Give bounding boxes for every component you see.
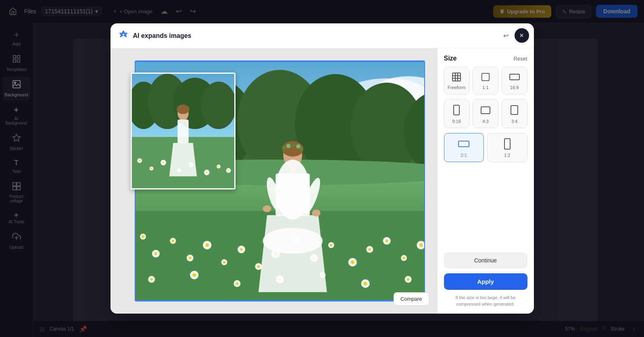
1-2-icon	[502, 137, 513, 150]
4-3-label: 4:3	[482, 119, 488, 124]
svg-point-117	[139, 160, 140, 161]
svg-point-93	[292, 144, 295, 147]
1-1-label: 1:1	[482, 85, 488, 90]
modal-header: AI expands images ↩ ↪ ×	[110, 23, 534, 48]
1-1-icon	[480, 71, 491, 83]
svg-point-40	[189, 257, 191, 259]
svg-point-86	[407, 278, 409, 281]
4-3-icon	[480, 104, 491, 116]
svg-point-133	[177, 104, 189, 114]
size-option-2-1[interactable]: 2:1	[444, 133, 484, 162]
16-9-label: 16:9	[510, 85, 519, 90]
svg-rect-142	[482, 73, 489, 81]
2-1-label: 2:1	[461, 153, 467, 158]
svg-rect-144	[454, 105, 459, 115]
size-option-16-9[interactable]: 16:9	[502, 67, 527, 94]
9-16-icon	[451, 104, 462, 116]
svg-point-104	[312, 210, 320, 216]
svg-rect-143	[510, 74, 519, 80]
svg-point-84	[363, 282, 367, 285]
svg-point-36	[154, 252, 157, 255]
svg-point-58	[351, 260, 354, 264]
svg-point-14	[123, 34, 124, 35]
svg-point-66	[419, 243, 422, 247]
freeform-icon	[451, 71, 462, 83]
modal-close-button[interactable]: ×	[515, 28, 529, 43]
3-4-label: 3:4	[511, 119, 517, 124]
modal-canvas: Compare	[110, 48, 437, 314]
9-16-label: 9:16	[452, 119, 461, 124]
svg-point-76	[192, 273, 196, 277]
svg-point-92	[286, 144, 290, 148]
svg-rect-134	[177, 120, 188, 144]
svg-point-131	[227, 170, 229, 171]
svg-marker-135	[169, 143, 197, 176]
svg-point-62	[385, 239, 388, 242]
svg-point-129	[218, 166, 219, 167]
svg-point-119	[150, 168, 152, 169]
modal-undo-button[interactable]: ↩	[501, 30, 511, 41]
svg-rect-136	[452, 73, 461, 81]
size-grid-row2: 9:16 4:3	[444, 99, 527, 128]
ai-icon	[119, 30, 128, 42]
apply-button[interactable]: Apply	[444, 273, 527, 290]
panel-title: Size	[444, 55, 457, 62]
ai-expands-modal: AI expands images ↩ ↪ ×	[110, 23, 534, 314]
svg-point-78	[236, 282, 238, 285]
modal-body: Compare Size Reset	[110, 48, 534, 314]
svg-rect-145	[481, 107, 490, 114]
svg-point-127	[206, 172, 207, 173]
size-grid-row1: Freeform 1:1	[444, 67, 527, 94]
original-image-overlay	[131, 73, 236, 189]
svg-rect-146	[511, 106, 518, 114]
svg-point-60	[368, 248, 371, 251]
size-option-freeform[interactable]: Freeform	[444, 67, 470, 94]
panel-header: Size Reset	[444, 55, 527, 62]
svg-point-121	[163, 162, 164, 163]
svg-point-34	[142, 235, 144, 238]
modal-title: AI expands images	[133, 32, 496, 40]
modal-overlay: AI expands images ↩ ↪ ×	[0, 0, 644, 337]
svg-marker-100	[258, 215, 327, 292]
panel-note: If the size is too large, it will be com…	[444, 295, 527, 307]
freeform-label: Freeform	[448, 85, 466, 90]
svg-point-38	[171, 239, 174, 242]
2-1-icon	[458, 137, 469, 150]
svg-point-103	[263, 205, 271, 212]
size-option-9-16[interactable]: 9:16	[444, 99, 470, 128]
size-option-3-4[interactable]: 3:4	[502, 99, 527, 128]
size-option-1-2[interactable]: 1:2	[487, 133, 527, 162]
svg-point-74	[150, 278, 152, 281]
svg-rect-148	[504, 139, 510, 149]
size-option-4-3[interactable]: 4:3	[473, 99, 498, 128]
svg-point-91	[282, 146, 286, 149]
16-9-icon	[509, 71, 520, 83]
svg-point-46	[240, 248, 242, 251]
continue-button[interactable]: Continue	[444, 252, 527, 268]
3-4-icon	[509, 104, 520, 116]
svg-point-42	[205, 243, 208, 247]
svg-rect-147	[459, 141, 469, 147]
panel-reset-button[interactable]: Reset	[514, 56, 527, 62]
size-grid-row3: 2:1 1:2	[444, 133, 527, 162]
size-option-1-1[interactable]: 1:1	[473, 67, 498, 94]
svg-point-48	[257, 265, 259, 268]
modal-panel: Size Reset Free	[437, 48, 534, 314]
svg-point-64	[402, 257, 405, 259]
compare-button[interactable]: Compare	[394, 292, 429, 306]
svg-point-95	[299, 147, 302, 150]
svg-point-44	[223, 261, 225, 263]
1-2-label: 1:2	[504, 153, 510, 158]
svg-point-56	[330, 244, 332, 246]
